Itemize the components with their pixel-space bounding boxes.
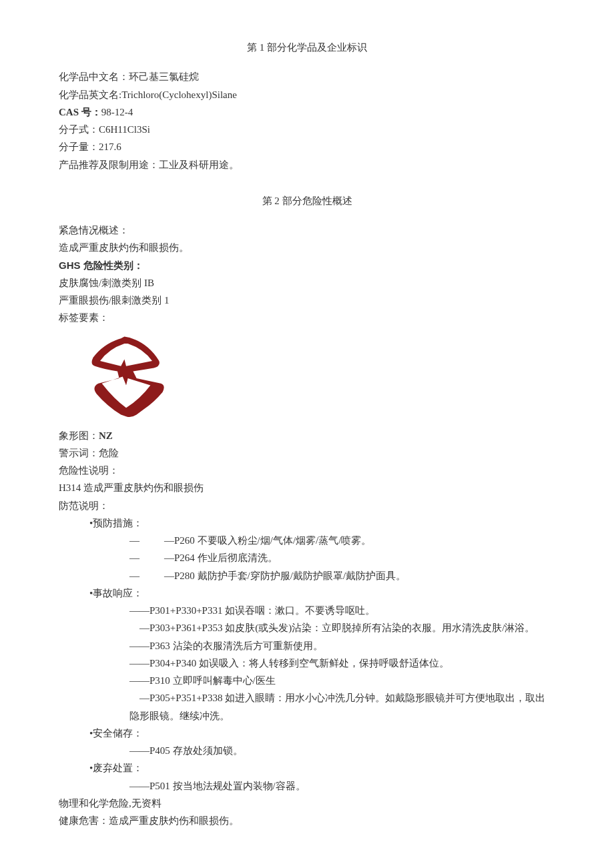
label-formula: 分子式： (59, 124, 99, 135)
ghs-label: GHS 危险性类别： (59, 257, 555, 274)
ghs-item-2: 严重眼损伤/眼刺激类别 1 (59, 292, 555, 309)
ghs-item-1: 皮肤腐蚀/刺激类别 IB (59, 274, 555, 292)
precaution-item: ——P501 按当地法规处置内装物/容器。 (59, 777, 555, 795)
precaution-item: —P305+P351+P338 如进入眼睛：用水小心冲洗几分钟。如戴隐形眼镜并可… (59, 689, 555, 725)
pictogram-line: 象形图：NZ (59, 427, 555, 444)
value-chinese-name: 环己基三氯硅烷 (129, 71, 199, 82)
field-mw: 分子量：217.6 (59, 138, 555, 155)
value-english-name: Trichloro(Cyclohexyl)Silane (121, 89, 237, 100)
precaution-item: ——P260 不要吸入粉尘/烟/气体/烟雾/蒸气/喷雾。 (59, 532, 555, 549)
label-mw: 分子量： (59, 141, 99, 152)
emergency-text: 造成严重皮肤灼伤和眼损伤。 (59, 239, 555, 256)
field-chinese-name: 化学品中文名：环己基三氯硅烷 (59, 68, 555, 85)
dash-icon: — (129, 567, 164, 584)
precaution-item: ——P264 作业后彻底清洗。 (59, 549, 555, 566)
signal-label: 警示词： (59, 448, 99, 458)
label-elements: 标签要素： (59, 309, 555, 326)
precaution-group-header: •预防措施： (59, 514, 555, 532)
pictogram-container (83, 335, 555, 422)
precaution-item: ——P363 沾染的衣服清洗后方可重新使用。 (59, 637, 555, 655)
precaution-text: —P260 不要吸入粉尘/烟/气体/烟雾/蒸气/喷雾。 (164, 535, 371, 546)
precaution-group-header: •事故响应： (59, 584, 555, 602)
label-english-name: 化学品英文名: (59, 89, 121, 100)
value-cas: 98-12-4 (101, 107, 133, 117)
emergency-label: 紧急情况概述： (59, 222, 555, 239)
precaution-group-header: •废弃处置： (59, 759, 555, 777)
value-use: 工业及科研用途。 (159, 159, 239, 170)
pictogram-label: 象形图： (59, 430, 99, 441)
precaution-text: —P280 戴防护手套/穿防护服/戴防护眼罩/戴防护面具。 (164, 570, 406, 581)
dash-icon: — (129, 549, 164, 566)
corrosion-icon (83, 335, 170, 422)
label-cas: CAS 号： (59, 107, 101, 117)
hazard-label: 危险性说明： (59, 462, 555, 479)
precaution-item: —P303+P361+P353 如皮肤(或头发)沾染：立即脱掉所有沾染的衣服。用… (59, 619, 555, 636)
signal-line: 警示词：危险 (59, 444, 555, 462)
precaution-container: •预防措施：——P260 不要吸入粉尘/烟/气体/烟雾/蒸气/喷雾。——P264… (59, 514, 555, 795)
value-formula: C6H11Cl3Si (99, 124, 150, 135)
phys-chem-line: 物理和化学危险,无资料 (59, 795, 555, 812)
precaution-label: 防范说明： (59, 497, 555, 514)
section-1-title: 第 1 部分化学品及企业标识 (59, 39, 555, 56)
precaution-item: ——P310 立即呼叫解毒中心/医生 (59, 672, 555, 689)
health-line: 健康危害：造成严重皮肤灼伤和眼损伤。 (59, 812, 555, 829)
precaution-item: ——P304+P340 如误吸入：将人转移到空气新鲜处，保持呼吸舒适体位。 (59, 655, 555, 672)
field-cas: CAS 号：98-12-4 (59, 103, 555, 121)
hazard-statement-1: H314 造成严重皮肤灼伤和眼损伤 (59, 479, 555, 496)
field-english-name: 化学品英文名:Trichloro(Cyclohexyl)Silane (59, 86, 555, 103)
health-label: 健康危害： (59, 815, 109, 826)
pictogram-value: NZ (99, 430, 113, 441)
field-use: 产品推荐及限制用途：工业及科研用途。 (59, 156, 555, 173)
label-chinese-name: 化学品中文名： (59, 71, 129, 82)
precaution-item: ——P280 戴防护手套/穿防护服/戴防护眼罩/戴防护面具。 (59, 567, 555, 584)
precaution-text: —P264 作业后彻底清洗。 (164, 552, 278, 563)
section-2-title: 第 2 部分危险性概述 (59, 192, 555, 209)
label-use: 产品推荐及限制用途： (59, 159, 159, 170)
signal-value: 危险 (99, 448, 119, 458)
precaution-item: ——P301+P330+P331 如误吞咽：漱口。不要诱导呕吐。 (59, 602, 555, 619)
precaution-item: ——P405 存放处须加锁。 (59, 742, 555, 759)
sds-document: 第 1 部分化学品及企业标识 化学品中文名：环己基三氯硅烷 化学品英文名:Tri… (59, 39, 555, 829)
dash-icon: — (129, 532, 164, 549)
value-mw: 217.6 (99, 141, 121, 152)
field-formula: 分子式：C6H11Cl3Si (59, 121, 555, 138)
health-value: 造成严重皮肤灼伤和眼损伤。 (109, 815, 239, 826)
precaution-group-header: •安全储存： (59, 725, 555, 742)
